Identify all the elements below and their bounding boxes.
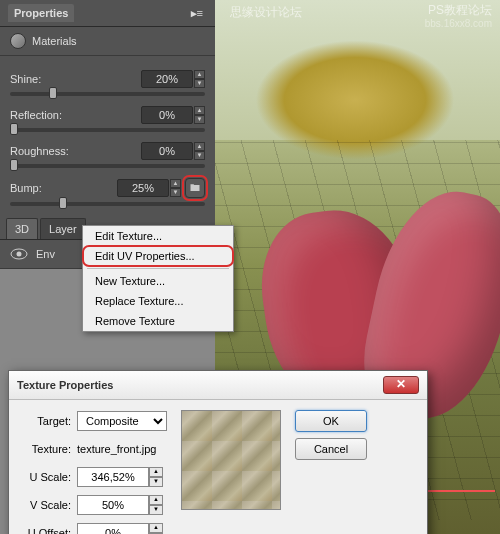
- svg-point-1: [17, 252, 22, 257]
- reflection-label: Reflection:: [10, 109, 141, 121]
- roughness-row: Roughness: ▲▼: [10, 142, 205, 160]
- roughness-slider[interactable]: [10, 164, 205, 168]
- dialog-close-button[interactable]: ✕: [383, 376, 419, 394]
- texture-row: Texture: texture_front.jpg: [21, 438, 167, 460]
- menu-remove-texture[interactable]: Remove Texture: [83, 311, 233, 331]
- menu-replace-texture[interactable]: Replace Texture...: [83, 291, 233, 311]
- u-offset-input[interactable]: [77, 523, 149, 534]
- visibility-icon[interactable]: [10, 248, 28, 260]
- shine-row: Shine: ▲▼: [10, 70, 205, 88]
- tab-3d[interactable]: 3D: [6, 218, 38, 239]
- dialog-titlebar[interactable]: Texture Properties ✕: [9, 371, 427, 400]
- reflection-spinner[interactable]: ▲▼: [194, 106, 205, 124]
- reflection-input[interactable]: [141, 106, 193, 124]
- reflection-slider[interactable]: [10, 128, 205, 132]
- target-row: Target: Composite: [21, 410, 167, 432]
- roughness-label: Roughness:: [10, 145, 141, 157]
- shine-input[interactable]: [141, 70, 193, 88]
- u-scale-spinner[interactable]: ▲▼: [149, 467, 163, 487]
- v-scale-spinner[interactable]: ▲▼: [149, 495, 163, 515]
- bump-label: Bump:: [10, 182, 117, 194]
- watermark-right-url: bbs.16xx8.com: [425, 18, 492, 29]
- tab-layer[interactable]: Layer: [40, 218, 86, 239]
- u-scale-row: U Scale: ▲▼: [21, 466, 167, 488]
- bump-row: Bump: ▲▼: [10, 178, 205, 198]
- watermark-left: 思缘设计论坛: [230, 4, 302, 21]
- v-scale-label: V Scale:: [21, 499, 77, 511]
- bump-input[interactable]: [117, 179, 169, 197]
- roughness-spinner[interactable]: ▲▼: [194, 142, 205, 160]
- panel-tab-bar: Properties ▸≡: [0, 0, 215, 27]
- dialog-title: Texture Properties: [17, 379, 113, 391]
- bump-spinner[interactable]: ▲▼: [170, 179, 181, 197]
- dialog-buttons: OK Cancel: [295, 410, 367, 534]
- watermark-right: PS教程论坛: [428, 2, 492, 19]
- menu-new-texture[interactable]: New Texture...: [83, 271, 233, 291]
- texture-context-menu: Edit Texture... Edit UV Properties... Ne…: [82, 225, 234, 332]
- menu-edit-uv-properties[interactable]: Edit UV Properties...: [83, 246, 233, 266]
- menu-edit-texture[interactable]: Edit Texture...: [83, 226, 233, 246]
- bump-texture-button[interactable]: [185, 178, 205, 198]
- folder-icon: [189, 182, 201, 194]
- cancel-button[interactable]: Cancel: [295, 438, 367, 460]
- shine-spinner[interactable]: ▲▼: [194, 70, 205, 88]
- u-offset-label: U Offset:: [21, 527, 77, 534]
- dialog-body: Target: Composite Texture: texture_front…: [9, 400, 427, 534]
- texture-filename: texture_front.jpg: [77, 443, 157, 455]
- reflection-row: Reflection: ▲▼: [10, 106, 205, 124]
- panel-menu-icon[interactable]: ▸≡: [187, 7, 207, 20]
- properties-group: Shine: ▲▼ Reflection: ▲▼ Roughness: ▲▼ B…: [0, 56, 215, 214]
- materials-label: Materials: [32, 35, 77, 47]
- shine-label: Shine:: [10, 73, 141, 85]
- dialog-preview: [181, 410, 281, 534]
- shine-slider[interactable]: [10, 92, 205, 96]
- target-select[interactable]: Composite: [77, 411, 167, 431]
- texture-label: Texture:: [21, 443, 77, 455]
- menu-separator: [87, 268, 229, 269]
- u-offset-spinner[interactable]: ▲▼: [149, 523, 163, 534]
- bump-slider[interactable]: [10, 202, 205, 206]
- v-scale-row: V Scale: ▲▼: [21, 494, 167, 516]
- roughness-input[interactable]: [141, 142, 193, 160]
- u-scale-input[interactable]: [77, 467, 149, 487]
- v-scale-input[interactable]: [77, 495, 149, 515]
- u-scale-label: U Scale:: [21, 471, 77, 483]
- texture-properties-dialog: Texture Properties ✕ Target: Composite T…: [8, 370, 428, 534]
- target-label: Target:: [21, 415, 77, 427]
- materials-header[interactable]: Materials: [0, 27, 215, 56]
- panel-title[interactable]: Properties: [8, 4, 74, 22]
- texture-preview-image: [181, 410, 281, 510]
- dialog-fields: Target: Composite Texture: texture_front…: [21, 410, 167, 534]
- u-offset-row: U Offset: ▲▼: [21, 522, 167, 534]
- ok-button[interactable]: OK: [295, 410, 367, 432]
- env-label: Env: [36, 248, 55, 260]
- materials-icon: [10, 33, 26, 49]
